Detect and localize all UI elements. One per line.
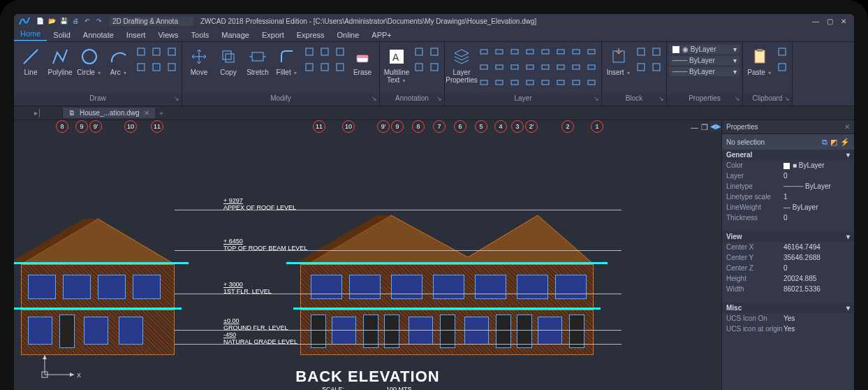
layer-properties-button[interactable]: LayerProperties (448, 45, 476, 85)
document-tab[interactable]: 🗎 House_...ation.dwg ✕ (63, 108, 155, 118)
layer-state-button[interactable] (508, 60, 522, 74)
tab-express[interactable]: Express (290, 29, 331, 41)
trim-button[interactable] (302, 60, 316, 74)
toggle-pickadd-icon[interactable]: ⧉ (822, 138, 827, 147)
qat-redo-icon[interactable]: ↷ (94, 16, 104, 26)
panel-dialog-launcher-icon[interactable]: ↘ (784, 95, 790, 102)
doc-close-icon[interactable]: ✕ (144, 109, 149, 117)
prop-row-lineweight[interactable]: LineWeight— ByLayer (722, 202, 854, 212)
qat-save-icon[interactable]: 💾 (59, 16, 68, 26)
vp-restore-icon[interactable]: ❐ (701, 123, 708, 132)
mirror-button[interactable] (318, 45, 332, 59)
layer-state-button[interactable] (554, 45, 568, 59)
array-button[interactable] (333, 60, 347, 74)
prop-group-view[interactable]: View▾ (722, 231, 854, 242)
tab-insert[interactable]: Insert (120, 29, 152, 41)
layer-state-button[interactable] (584, 45, 598, 59)
prop-group-general[interactable]: General▾ (722, 150, 854, 160)
select-objects-icon[interactable]: ◩ (830, 138, 837, 147)
qat-open-icon[interactable]: 📂 (47, 16, 57, 26)
panel-dialog-launcher-icon[interactable]: ↘ (735, 95, 740, 102)
field-button[interactable] (427, 60, 441, 74)
hatch-button[interactable] (165, 45, 179, 59)
qat-new-icon[interactable]: 📄 (35, 16, 45, 26)
layer-state-button[interactable] (538, 60, 552, 74)
layer-state-button[interactable] (584, 75, 598, 89)
layer-state-button[interactable] (492, 45, 506, 59)
layer-state-button[interactable] (584, 60, 598, 74)
tab-online[interactable]: Online (331, 29, 366, 41)
maximize-button[interactable]: ▢ (823, 17, 836, 25)
copyclip-button[interactable] (775, 60, 789, 74)
panel-dialog-launcher-icon[interactable]: ↘ (436, 95, 442, 102)
table-button[interactable] (412, 60, 426, 74)
prop-row-center-y[interactable]: Center Y35646.2688 (722, 252, 854, 263)
qat-undo-icon[interactable]: ↶ (82, 16, 92, 26)
quick-select-icon[interactable]: ⚡ (840, 138, 850, 147)
layer-state-button[interactable] (569, 60, 583, 74)
layer-state-button[interactable] (492, 60, 506, 74)
properties-close-icon[interactable]: ✕ (844, 123, 850, 131)
linetype-select[interactable]: ─── ByLayer ▾ (670, 56, 740, 65)
spline-button[interactable] (134, 60, 148, 74)
qat-saveas-icon[interactable]: 🖨 (71, 16, 80, 26)
app-logo-icon[interactable] (17, 14, 32, 29)
layer-state-button[interactable] (508, 75, 522, 89)
prop-row-ucs-icon-on[interactable]: UCS Icon OnYes (722, 313, 854, 324)
tab-app+[interactable]: APP+ (365, 29, 397, 41)
layer-state-button[interactable] (523, 60, 537, 74)
create-button[interactable] (634, 45, 648, 59)
tab-annotate[interactable]: Annotate (77, 29, 120, 41)
layer-state-button[interactable] (569, 45, 583, 59)
panel-splitter-icon[interactable]: ◀▶ (710, 120, 721, 131)
prop-row-linetype[interactable]: Linetype──── ByLayer (722, 181, 854, 192)
arc-button[interactable]: Arc ▼ (105, 45, 133, 78)
layer-state-button[interactable] (554, 75, 568, 89)
layer-state-button[interactable] (538, 75, 552, 89)
prop-row-center-x[interactable]: Center X46164.7494 (722, 242, 854, 252)
panel-dialog-launcher-icon[interactable]: ↘ (594, 95, 599, 102)
doc-tabs-toggle[interactable]: ▸│ (14, 109, 63, 117)
insert-button[interactable]: Insert ▼ (605, 45, 633, 78)
tab-manage[interactable]: Manage (215, 29, 256, 41)
edit-button[interactable] (649, 45, 663, 59)
minimize-button[interactable]: — (809, 17, 822, 25)
layer-state-button[interactable] (492, 75, 506, 89)
circle-button[interactable]: Circle ▼ (75, 45, 103, 78)
tab-solid[interactable]: Solid (47, 29, 76, 41)
layer-color-select[interactable]: ◉ ByLayer ▾ (670, 45, 740, 54)
prop-row-width[interactable]: Width86021.5336 (722, 284, 854, 294)
close-button[interactable]: ✕ (837, 17, 850, 25)
prop-row-layer[interactable]: Layer0 (722, 171, 854, 181)
workspace-selector[interactable] (110, 17, 193, 26)
layer-state-button[interactable] (508, 45, 522, 59)
properties-selection[interactable]: No selection (726, 138, 765, 146)
ellipse-button[interactable] (149, 45, 163, 59)
prop-row-thickness[interactable]: Thickness0 (722, 212, 854, 223)
lineweight-select[interactable]: ─── ByLayer ▾ (670, 67, 740, 76)
prop-row-height[interactable]: Height20024.885 (722, 273, 854, 284)
cut-button[interactable] (775, 45, 789, 59)
attr-button[interactable] (634, 60, 648, 74)
fillet-button[interactable]: Fillet ▼ (273, 45, 301, 78)
point-button[interactable] (149, 60, 163, 74)
drawing-canvas[interactable]: — ❐ ✕ (14, 120, 721, 390)
layer-state-button[interactable] (538, 45, 552, 59)
layer-state-button[interactable] (554, 60, 568, 74)
rotate-button[interactable] (302, 45, 316, 59)
multiline-text-button[interactable]: AMultilineText ▼ (383, 45, 411, 85)
layer-state-button[interactable] (477, 75, 491, 89)
stretch-button[interactable]: Stretch (244, 45, 272, 78)
wblk-button[interactable] (649, 60, 663, 74)
dim-button[interactable] (412, 45, 426, 59)
line-button[interactable]: Line (17, 45, 45, 78)
erase-button[interactable]: Erase (348, 45, 376, 78)
vp-minimize-icon[interactable]: — (691, 123, 698, 132)
layer-state-button[interactable] (523, 75, 537, 89)
tab-export[interactable]: Export (256, 29, 290, 41)
scale-button[interactable] (333, 45, 347, 59)
add-tab-button[interactable]: ＋ (158, 108, 165, 118)
paste-button[interactable]: Paste ▼ (746, 45, 774, 78)
polyline-button[interactable]: Polyline (46, 45, 74, 78)
prop-row-center-z[interactable]: Center Z0 (722, 263, 854, 273)
